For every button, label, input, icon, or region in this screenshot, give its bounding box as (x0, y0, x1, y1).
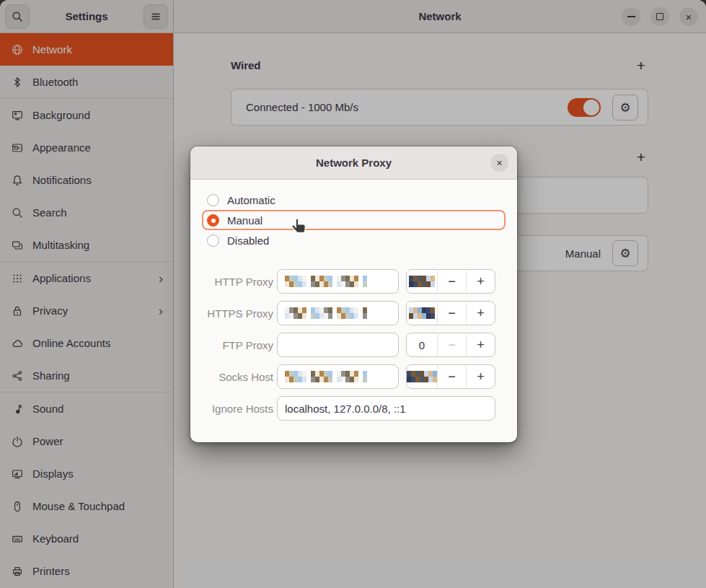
radio-label: Disabled (227, 234, 269, 247)
https-port-plus-button[interactable]: + (466, 302, 495, 325)
radio-row-disabled[interactable]: Disabled (202, 230, 506, 250)
socks-host-row: Socks Host − + (202, 364, 506, 389)
socks-port-minus-button[interactable]: − (437, 365, 466, 388)
socks-port-spinner: − + (406, 364, 495, 389)
http-port-value[interactable] (407, 270, 437, 293)
ftp-port-plus-button[interactable]: + (466, 333, 495, 356)
dialog-body: Automatic Manual Disabled HTTP Proxy − + (190, 180, 517, 442)
ftp-proxy-input[interactable] (277, 333, 399, 357)
http-port-spinner: − + (406, 269, 495, 294)
socks-host-input[interactable] (277, 364, 399, 389)
ftp-port-minus-button[interactable]: − (437, 333, 466, 356)
radio-manual[interactable] (207, 214, 219, 227)
http-port-plus-button[interactable]: + (466, 270, 495, 293)
ignore-hosts-input[interactable]: localhost, 127.0.0.0/8, ::1 (277, 396, 495, 421)
http-port-minus-button[interactable]: − (437, 270, 466, 293)
https-proxy-input[interactable] (277, 301, 399, 325)
redacted-value (285, 371, 367, 382)
socks-port-plus-button[interactable]: + (466, 365, 495, 388)
close-icon: × (496, 157, 502, 169)
redacted-value (409, 276, 435, 287)
radio-row-automatic[interactable]: Automatic (202, 190, 506, 210)
https-port-spinner: − + (406, 301, 495, 325)
redacted-value (285, 276, 367, 287)
radio-row-manual[interactable]: Manual (202, 210, 506, 230)
ftp-proxy-row: FTP Proxy 0 − + (202, 333, 506, 357)
ftp-port-value[interactable]: 0 (407, 333, 437, 356)
redacted-value (407, 371, 437, 382)
redacted-value (285, 307, 367, 319)
dialog-close-button[interactable]: × (490, 154, 508, 172)
socks-host-label: Socks Host (202, 371, 273, 383)
radio-label: Automatic (227, 194, 275, 206)
radio-label: Manual (227, 214, 262, 227)
radio-automatic[interactable] (207, 194, 219, 206)
socks-port-value[interactable] (407, 365, 437, 388)
http-proxy-label: HTTP Proxy (202, 276, 273, 288)
radio-disabled[interactable] (207, 234, 219, 247)
dialog-title: Network Proxy (316, 157, 392, 169)
http-proxy-input[interactable] (277, 269, 399, 294)
https-port-value[interactable] (407, 302, 437, 325)
hand-cursor (290, 216, 309, 238)
ignore-hosts-row: Ignore Hosts localhost, 127.0.0.0/8, ::1 (202, 396, 506, 421)
network-proxy-dialog: Network Proxy × Automatic Manual Disable… (190, 146, 517, 442)
ftp-port-spinner: 0 − + (406, 333, 495, 357)
http-proxy-row: HTTP Proxy − + (202, 269, 506, 294)
ftp-proxy-label: FTP Proxy (202, 339, 273, 351)
https-proxy-row: HTTPS Proxy − + (202, 301, 506, 325)
https-proxy-label: HTTPS Proxy (202, 307, 273, 320)
dialog-header: Network Proxy × (190, 146, 517, 180)
settings-window: Settings Network × Network Bluetooth (0, 0, 706, 588)
redacted-value (409, 307, 435, 319)
ignore-hosts-label: Ignore Hosts (202, 403, 273, 415)
https-port-minus-button[interactable]: − (437, 302, 466, 325)
